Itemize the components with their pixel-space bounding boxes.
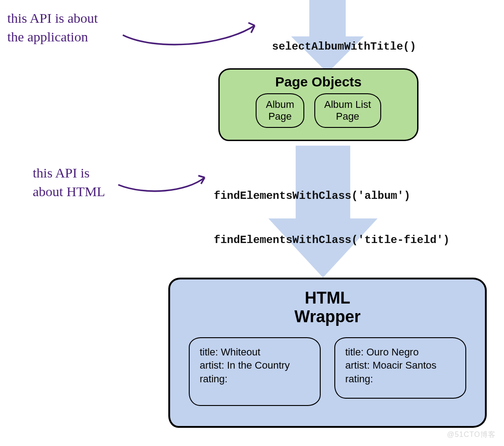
album-card: title: Ouro Negro artist: Moacir Santos … (334, 337, 466, 399)
title-line: HTML (181, 289, 474, 307)
page-objects-box: Page Objects Album Page Album List Page (218, 68, 418, 141)
album-title: Whiteout (221, 346, 260, 358)
field-label: rating: (345, 373, 373, 385)
annotation-html-api: this API is about HTML (33, 164, 105, 201)
field-label: artist: (345, 360, 370, 371)
album-artist: Moacir Santos (373, 360, 437, 371)
page-object-item: Album Page (256, 93, 304, 128)
html-wrapper-title: HTML Wrapper (181, 289, 474, 326)
field-label: rating: (200, 373, 227, 385)
album-card: title: Whiteout artist: In the Country r… (189, 337, 321, 406)
code-line: findElementsWithClass('title-field') (214, 233, 463, 248)
field-label: artist: (200, 360, 224, 371)
field-label: title: (345, 346, 363, 358)
annotation-line: the application (7, 28, 98, 46)
arrow-icon (114, 168, 214, 200)
annotation-line: about HTML (33, 182, 105, 201)
album-artist: In the Country (227, 360, 290, 371)
annotation-line: this API is (33, 164, 105, 182)
code-line: selectAlbumWithTitle() (272, 40, 416, 54)
watermark: @51CTO博客 (447, 430, 496, 440)
annotation-line: this API is about (7, 9, 98, 28)
title-line: Wrapper (181, 307, 474, 326)
field-label: title: (200, 346, 218, 358)
annotation-application-api: this API is about the application (7, 9, 98, 46)
code-line: findElementsWithClass('album') (214, 189, 463, 203)
album-title: Ouro Negro (366, 346, 418, 358)
html-wrapper-box: HTML Wrapper title: Whiteout artist: In … (168, 278, 487, 428)
page-object-item: Album List Page (314, 93, 381, 128)
page-objects-title: Page Objects (226, 74, 411, 90)
arrow-icon (118, 15, 264, 56)
